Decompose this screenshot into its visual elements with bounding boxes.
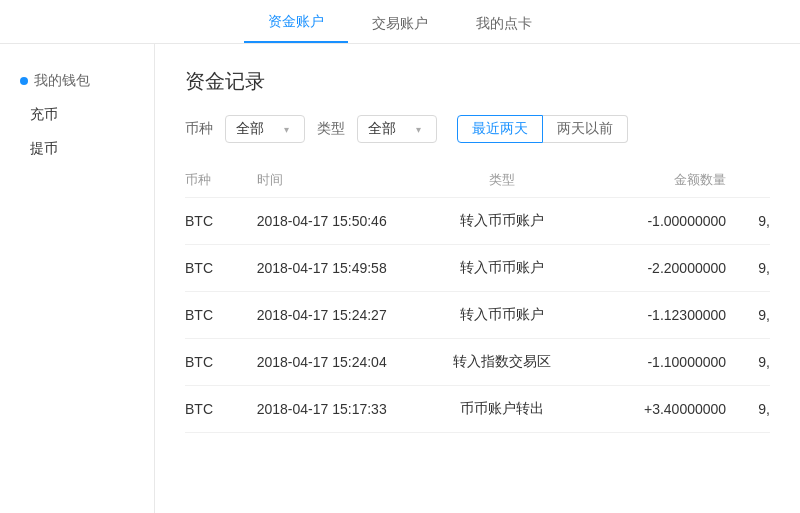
header-extra	[726, 163, 770, 198]
cell-type: 转入币币账户	[417, 198, 587, 245]
cell-extra: 9,	[726, 386, 770, 433]
cell-type: 转入币币账户	[417, 245, 587, 292]
date-btn-recent[interactable]: 最近两天	[457, 115, 543, 143]
wallet-dot-icon	[20, 77, 28, 85]
record-table: 币种 时间 类型 金额数量 BTC 2018-04-17 15:50:46 转入…	[185, 163, 770, 433]
sidebar-item-recharge[interactable]: 充币	[0, 98, 154, 132]
cell-coin: BTC	[185, 198, 257, 245]
tab-trade[interactable]: 交易账户	[348, 5, 452, 43]
cell-time: 2018-04-17 15:49:58	[257, 245, 417, 292]
type-select-value: 全部	[368, 120, 396, 138]
cell-time: 2018-04-17 15:24:04	[257, 339, 417, 386]
page-title: 资金记录	[185, 68, 770, 95]
date-btn-group: 最近两天 两天以前	[457, 115, 628, 143]
cell-extra: 9,	[726, 292, 770, 339]
content-area: 资金记录 币种 全部 ▾ 类型 全部 ▾ 最近两天 两天以前 币种 时	[155, 44, 800, 513]
cell-time: 2018-04-17 15:50:46	[257, 198, 417, 245]
cell-time: 2018-04-17 15:17:33	[257, 386, 417, 433]
cell-amount: -1.00000000	[587, 198, 726, 245]
cell-type: 转入指数交易区	[417, 339, 587, 386]
cell-type: 币币账户转出	[417, 386, 587, 433]
table-header-row: 币种 时间 类型 金额数量	[185, 163, 770, 198]
table-row: BTC 2018-04-17 15:24:27 转入币币账户 -1.123000…	[185, 292, 770, 339]
coin-select-value: 全部	[236, 120, 264, 138]
cell-coin: BTC	[185, 339, 257, 386]
header-coin: 币种	[185, 163, 257, 198]
coin-label: 币种	[185, 120, 213, 138]
cell-extra: 9,	[726, 339, 770, 386]
date-btn-older[interactable]: 两天以前	[543, 115, 628, 143]
filter-bar: 币种 全部 ▾ 类型 全部 ▾ 最近两天 两天以前	[185, 115, 770, 143]
table-row: BTC 2018-04-17 15:50:46 转入币币账户 -1.000000…	[185, 198, 770, 245]
sidebar-wallet-section: 我的钱包	[0, 64, 154, 98]
coin-select[interactable]: 全部 ▾	[225, 115, 305, 143]
cell-amount: -1.12300000	[587, 292, 726, 339]
sidebar-wallet-label: 我的钱包	[34, 72, 90, 90]
type-select[interactable]: 全部 ▾	[357, 115, 437, 143]
type-label: 类型	[317, 120, 345, 138]
cell-extra: 9,	[726, 245, 770, 292]
top-nav: 资金账户 交易账户 我的点卡	[0, 0, 800, 44]
tab-points[interactable]: 我的点卡	[452, 5, 556, 43]
header-type: 类型	[417, 163, 587, 198]
tab-capital[interactable]: 资金账户	[244, 3, 348, 43]
cell-extra: 9,	[726, 198, 770, 245]
sidebar: 我的钱包 充币 提币	[0, 44, 155, 513]
sidebar-item-withdraw[interactable]: 提币	[0, 132, 154, 166]
cell-amount: +3.40000000	[587, 386, 726, 433]
cell-time: 2018-04-17 15:24:27	[257, 292, 417, 339]
cell-coin: BTC	[185, 292, 257, 339]
type-select-arrow-icon: ▾	[416, 124, 421, 135]
cell-amount: -1.10000000	[587, 339, 726, 386]
cell-type: 转入币币账户	[417, 292, 587, 339]
table-row: BTC 2018-04-17 15:17:33 币币账户转出 +3.400000…	[185, 386, 770, 433]
cell-coin: BTC	[185, 245, 257, 292]
main-layout: 我的钱包 充币 提币 资金记录 币种 全部 ▾ 类型 全部 ▾ 最近两天 两天以…	[0, 44, 800, 513]
coin-select-arrow-icon: ▾	[284, 124, 289, 135]
cell-coin: BTC	[185, 386, 257, 433]
cell-amount: -2.20000000	[587, 245, 726, 292]
header-time: 时间	[257, 163, 417, 198]
header-amount: 金额数量	[587, 163, 726, 198]
table-row: BTC 2018-04-17 15:24:04 转入指数交易区 -1.10000…	[185, 339, 770, 386]
table-row: BTC 2018-04-17 15:49:58 转入币币账户 -2.200000…	[185, 245, 770, 292]
